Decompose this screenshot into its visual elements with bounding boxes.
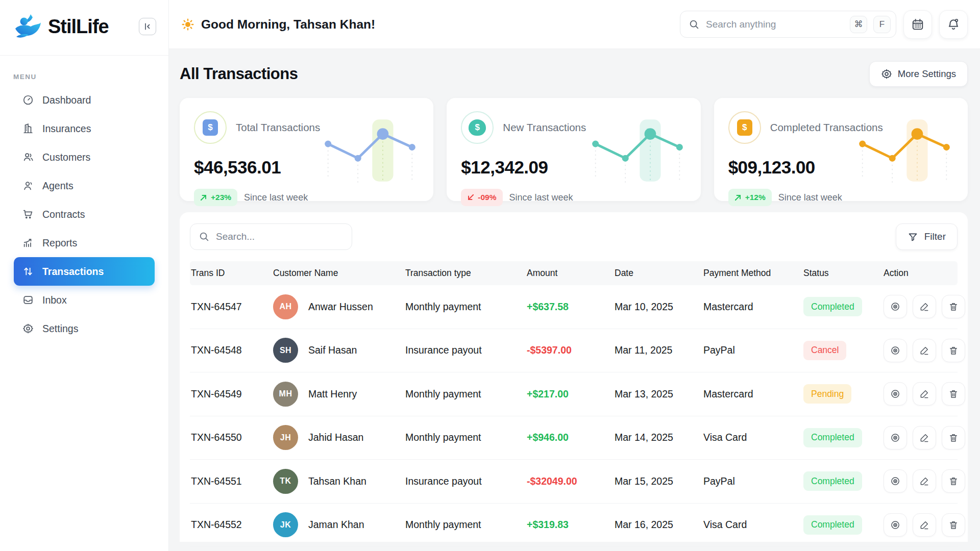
column-header: Transaction type [405, 268, 527, 279]
trans-id: TXN-64547 [191, 301, 273, 313]
sidebar-item-label: Insurances [42, 123, 91, 135]
dollar-receipt-icon: $ [194, 111, 227, 144]
edit-button[interactable] [913, 513, 936, 537]
transaction-type: Monthly payment [405, 388, 527, 400]
filter-button[interactable]: Filter [896, 223, 958, 250]
menu-section-label: MENU [0, 56, 168, 86]
sparkline-chart [854, 117, 954, 184]
delete-button[interactable] [942, 339, 965, 362]
edit-icon [919, 345, 929, 356]
delete-button[interactable] [942, 382, 965, 406]
date: Mar 15, 2025 [615, 475, 703, 487]
table-row[interactable]: TXN-64551 TKTahsan Khan Insurance payout… [190, 460, 958, 504]
sidebar-item-label: Contracts [42, 209, 85, 220]
column-header: Date [615, 268, 703, 279]
row-actions [884, 382, 965, 406]
amount: +$319.83 [527, 519, 615, 531]
trans-id: TXN-64551 [191, 475, 273, 487]
view-icon [890, 389, 900, 399]
column-header: Amount [527, 268, 615, 279]
payment-method: Visa Card [703, 432, 803, 443]
edit-button[interactable] [913, 382, 936, 406]
since-label: Since last week [244, 192, 308, 203]
amount: +$217.00 [527, 388, 615, 400]
more-settings-button[interactable]: More Settings [869, 61, 968, 87]
search-input[interactable] [706, 19, 844, 30]
trans-id: TXN-64552 [191, 519, 273, 531]
since-label: Since last week [509, 192, 573, 203]
stat-card-new-transactions: $ New Transactions $12,342.09 -09% Since… [447, 98, 700, 201]
sidebar-item-dashboard[interactable]: Dashboard [14, 86, 155, 114]
column-header: Status [803, 268, 884, 279]
brand-row: StilLife [0, 0, 168, 52]
sidebar-item-contracts[interactable]: Contracts [14, 200, 155, 229]
table-row[interactable]: TXN-64548 SHSaif Hasan Insurance payout … [190, 329, 958, 373]
sidebar-item-customers[interactable]: Customers [14, 143, 155, 171]
edit-icon [919, 476, 929, 486]
sidebar-item-insurances[interactable]: Insurances [14, 114, 155, 143]
view-button[interactable] [884, 469, 907, 493]
delete-button[interactable] [942, 426, 965, 449]
delete-button[interactable] [942, 469, 965, 493]
table-search [190, 223, 352, 250]
trend-down-icon [467, 194, 474, 201]
dollar-receipt-icon: $ [728, 111, 761, 144]
table-row[interactable]: TXN-64552 JKJaman Khan Monthly payment +… [190, 504, 958, 547]
table-search-input[interactable] [216, 231, 344, 242]
user-icon [22, 180, 34, 192]
view-button[interactable] [884, 339, 907, 362]
status-badge: Completed [803, 515, 862, 535]
customer-name: Tahsan Khan [308, 475, 366, 487]
building-icon [22, 122, 34, 135]
notifications-button[interactable] [939, 10, 968, 39]
cart-icon [22, 208, 34, 220]
customer-cell: TKTahsan Khan [273, 469, 405, 494]
sidebar-collapse-button[interactable] [139, 18, 156, 35]
avatar: JH [273, 425, 298, 450]
edit-icon [919, 433, 929, 443]
table-toolbar: Filter [190, 223, 958, 250]
view-button[interactable] [884, 382, 907, 406]
arrows-updown-icon [22, 265, 34, 278]
sparkline-chart [587, 117, 688, 184]
table-row[interactable]: TXN-64549 MHMatt Henry Monthly payment +… [190, 372, 958, 416]
sidebar-item-transactions[interactable]: Transactions [14, 257, 155, 286]
date: Mar 16, 2025 [615, 519, 703, 531]
trash-icon [948, 302, 959, 312]
main-area: Good Morning, Tahsan Khan! ⌘ F [169, 0, 980, 551]
table-row[interactable]: TXN-64547 AHAnwar Hussen Monthly payment… [190, 285, 958, 329]
edit-button[interactable] [913, 339, 936, 362]
view-icon [890, 433, 900, 443]
amount: -$32049.00 [527, 475, 615, 487]
gauge-icon [22, 94, 34, 106]
bell-icon [947, 18, 960, 31]
view-button[interactable] [884, 426, 907, 449]
calendar-button[interactable] [903, 10, 932, 39]
users-icon [22, 151, 34, 163]
topbar-right: ⌘ F [680, 10, 968, 39]
greeting-text: Good Morning, Tahsan Khan! [201, 17, 375, 32]
view-button[interactable] [884, 295, 907, 318]
status-badge: Cancel [803, 341, 846, 360]
edit-button[interactable] [913, 295, 936, 318]
edit-button[interactable] [913, 469, 936, 493]
view-button[interactable] [884, 513, 907, 537]
trans-id: TXN-64548 [191, 344, 273, 356]
sidebar-item-agents[interactable]: Agents [14, 171, 155, 200]
change-badge: +12% [728, 189, 772, 206]
table-row[interactable]: TXN-64550 JHJahid Hasan Monthly payment … [190, 416, 958, 460]
filter-label: Filter [924, 231, 946, 242]
page-head: All Transactions More Settings [180, 61, 968, 87]
sidebar-item-settings[interactable]: Settings [14, 314, 155, 343]
stat-card-title: Total Transactions [236, 121, 320, 134]
edit-icon [919, 389, 929, 399]
trans-id: TXN-64549 [191, 388, 273, 400]
customer-name: Matt Henry [308, 388, 357, 400]
calendar-icon [911, 18, 924, 31]
sidebar-item-inbox[interactable]: Inbox [14, 286, 155, 314]
sidebar-item-reports[interactable]: Reports [14, 229, 155, 257]
stillife-logo-icon [13, 13, 42, 40]
edit-button[interactable] [913, 426, 936, 449]
delete-button[interactable] [942, 513, 965, 537]
delete-button[interactable] [942, 295, 965, 318]
